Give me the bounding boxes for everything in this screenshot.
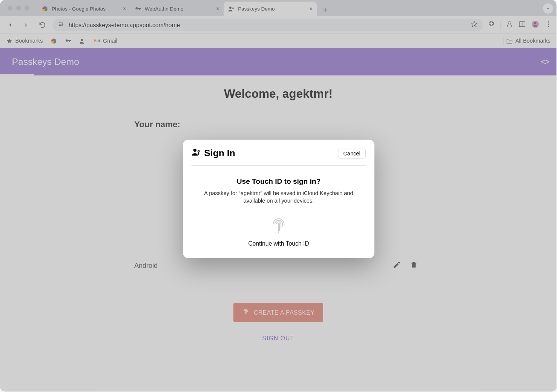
all-bookmarks[interactable]: All Bookmarks [503,37,551,45]
url-text: https://passkeys-demo.appspot.com/home [69,22,466,28]
svg-point-7 [548,21,549,22]
separator [500,20,500,29]
svg-point-10 [81,38,83,41]
sign-out-button[interactable]: SIGN OUT [130,335,427,341]
traffic-zoom[interactable] [25,6,29,11]
device-row: Android [130,256,427,275]
separator [503,37,503,45]
key-icon [135,6,141,12]
tab-title: WebAuthn Demo [145,6,183,12]
traffic-close[interactable] [8,6,12,11]
bookmark-key[interactable] [65,37,72,44]
side-panel-icon[interactable] [519,20,526,29]
modal-description: A passkey for “agektmr” will be saved in… [192,189,366,205]
signin-modal: Sign In Cancel Use Touch ID to sign in? … [183,140,374,258]
modal-header: Sign In Cancel [192,148,366,166]
bookmarks-folder[interactable]: Bookmarks [6,37,43,44]
reload-button[interactable] [37,19,48,31]
bookmark-passkey[interactable] [79,37,86,44]
welcome-heading: Welcome, agektmr! [130,87,427,101]
tab-indicator [0,74,34,75]
bookmarks-label: Bookmarks [15,38,43,44]
tab-title: Passkeys Demo [238,6,275,12]
window-controls [4,6,35,11]
svg-point-12 [198,151,199,152]
tab-strip: Photos - Google Photos × WebAuthn Demo ×… [0,0,557,16]
bookmark-photos[interactable] [51,37,57,44]
passkey-icon [228,6,235,12]
close-icon[interactable]: × [309,6,313,12]
device-name: Android [134,262,388,269]
address-bar[interactable]: https://passkeys-demo.appspot.com/home [52,18,483,31]
tab-title: Photos - Google Photos [52,6,106,12]
svg-point-8 [548,23,549,25]
modal-title: Sign In [192,148,235,159]
passkey-icon [192,148,201,159]
tab-photos[interactable]: Photos - Google Photos × [37,2,130,16]
fingerprint-icon [242,308,249,317]
delete-button[interactable] [405,261,422,271]
bookmark-gmail[interactable]: Gmail [94,37,117,44]
code-toggle-icon[interactable]: <> [541,57,549,67]
tab-list-dropdown[interactable] [543,3,553,14]
tab-webauthn[interactable]: WebAuthn Demo × [130,2,224,16]
forward-button[interactable] [20,19,32,31]
tabs: Photos - Google Photos × WebAuthn Demo ×… [37,0,331,16]
modal-title-text: Sign In [204,148,235,159]
back-button[interactable] [4,19,16,31]
continue-touchid-label: Continue with Touch ID [192,240,366,247]
svg-point-9 [548,26,549,27]
modal-body: Use Touch ID to sign in? A passkey for “… [192,166,366,247]
svg-rect-3 [519,22,525,26]
app-title: Passkeys Demo [12,56,79,67]
bookmarks-bar: Bookmarks Gmail All Bookmarks [0,34,557,48]
labs-icon[interactable] [506,20,513,29]
all-bookmarks-label: All Bookmarks [516,38,551,44]
extensions-icon[interactable] [488,20,495,29]
browser-window: Photos - Google Photos × WebAuthn Demo ×… [0,0,557,392]
create-passkey-label: CREATE A PASSKEY [254,309,315,316]
new-tab-button[interactable]: + [319,4,331,16]
app-bar: Passkeys Demo <> [0,48,557,75]
menu-icon[interactable] [545,20,552,29]
google-photos-icon [41,6,48,12]
tab-passkeys[interactable]: Passkeys Demo × [224,2,317,16]
traffic-minimize[interactable] [16,6,21,11]
svg-point-1 [232,8,233,9]
svg-point-6 [534,22,537,24]
your-name-label: Your name: [130,120,427,129]
svg-point-11 [193,149,196,152]
fingerprint-icon[interactable] [269,216,288,234]
modal-heading: Use Touch ID to sign in? [192,178,366,186]
toolbar-right [488,20,552,30]
star-icon[interactable] [471,20,478,29]
svg-point-0 [229,7,232,9]
close-icon[interactable]: × [216,6,219,12]
svg-point-2 [62,24,63,25]
edit-button[interactable] [388,261,405,271]
profile-avatar[interactable] [531,20,539,30]
create-passkey-button[interactable]: CREATE A PASSKEY [233,303,323,322]
site-settings-icon[interactable] [58,21,64,29]
cancel-button[interactable]: Cancel [338,149,366,158]
gmail-label: Gmail [103,38,117,44]
toolbar: https://passkeys-demo.appspot.com/home [0,16,557,34]
close-icon[interactable]: × [123,6,126,12]
